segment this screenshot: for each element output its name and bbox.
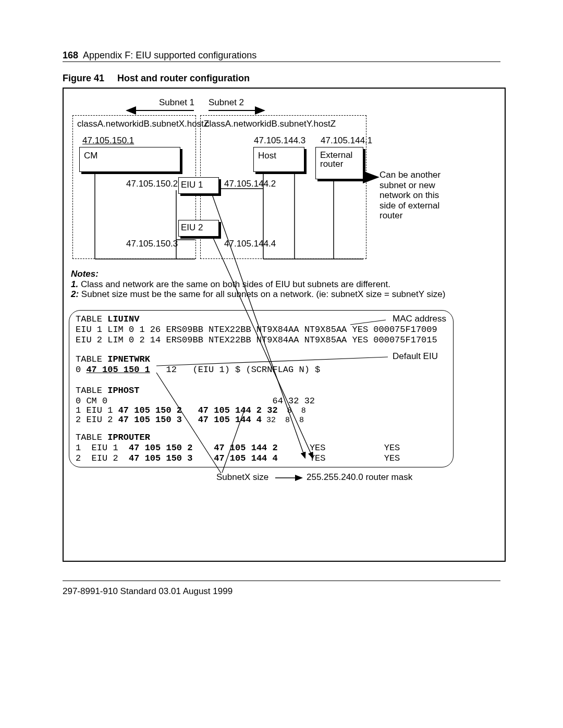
subnetx-size-callout: SubnetX size	[216, 472, 268, 483]
iprouter-title: TABLE IPROUTER	[76, 433, 150, 442]
notes-block: Notes: 1. Class and network are the same…	[71, 269, 492, 300]
appendix-text: Appendix F: EIU supported configurations	[83, 50, 256, 60]
eiu2-label: EIU 2	[181, 223, 203, 233]
page: 168 Appendix F: EIU supported configurat…	[0, 0, 563, 728]
router-mask-callout: 255.255.240.0 router mask	[307, 472, 412, 483]
ext-router-box: External router	[315, 147, 363, 179]
footer-text: 297-8991-910 Standard 03.01 August 1999	[63, 586, 232, 597]
footer-rule	[63, 581, 500, 581]
eiu2-left-ip: 47.105.150.3	[126, 239, 178, 249]
side-note: Can be another subnet or new network on …	[380, 170, 440, 221]
host-box: Host	[253, 147, 304, 172]
header-rule	[63, 61, 500, 62]
page-number: 168	[63, 50, 78, 60]
note2-text: Subnet size must be the same for all sub…	[79, 289, 445, 299]
subnet1-label: Subnet 1	[159, 97, 194, 108]
eiu2-right-ip: 47.105.144.4	[224, 239, 276, 249]
figure-caption: Figure 41 Host and router configuration	[63, 73, 250, 84]
page-header: 168 Appendix F: EIU supported configurat…	[63, 50, 256, 61]
iphost-row1: 1 EIU 1 47 105 150 2 47 105 144 2 32 8 8	[76, 405, 306, 415]
figure-label: Figure 41	[63, 73, 104, 83]
notes-heading: Notes:	[71, 269, 99, 279]
eiu1-box: EIU 1	[178, 177, 219, 194]
iphost-row2: 2 EIU 2 47 105 150 3 47 105 144 4 32 8 8	[76, 415, 304, 425]
host-label: Host	[258, 151, 276, 161]
side-note-l2: subnet or new	[380, 180, 440, 191]
ext-router-l2: router	[320, 159, 343, 168]
classA-left: classA.networkidB.subnetX.hostZ	[77, 119, 209, 129]
subnet2-label: Subnet 2	[209, 97, 244, 108]
iphost-title: TABLE IPHOST	[76, 386, 139, 396]
note1-text: Class and network are the same on both s…	[78, 279, 390, 289]
note1-lead: 1.	[71, 279, 78, 289]
cm-ip: 47.105.150.1	[82, 135, 134, 146]
eiu1-right-ip: 47.105.144.2	[224, 179, 276, 189]
classA-right: classA.networkidB.subnetY.hostZ	[205, 119, 336, 129]
ext-router-l1: External	[320, 151, 352, 159]
side-note-l5: router	[380, 211, 440, 221]
side-note-l3: network on this	[380, 190, 440, 201]
eiu2-box: EIU 2	[178, 220, 219, 237]
default-eiu-callout: Default EIU	[393, 351, 438, 362]
eiu1-label: EIU 1	[181, 180, 203, 190]
side-note-l4: side of external	[380, 201, 440, 211]
ext-router-ip: 47.105.144.1	[321, 135, 372, 146]
iphost-row0: 0 CM 0 64 32 32	[76, 396, 315, 406]
eiu1-left-ip: 47.105.150.2	[126, 179, 178, 189]
note2-lead: 2:	[71, 289, 79, 299]
figure-title: Host and router configuration	[117, 73, 250, 83]
iprouter-row2: 2 EIU 2 47 105 150 3 47 105 144 4 YES YE…	[76, 453, 400, 463]
cm-label: CM	[84, 151, 97, 161]
side-note-l1: Can be another	[380, 170, 440, 180]
iprouter-row1: 1 EIU 1 47 105 150 2 47 105 144 2 YES YE…	[76, 443, 400, 453]
cm-box: CM	[79, 147, 180, 172]
mac-address-callout: MAC address	[393, 314, 446, 324]
liuinv-title: TABLE LIUINV	[76, 314, 139, 324]
ipnetwrk-title: TABLE IPNETWRK	[76, 354, 150, 364]
liuinv-row1: EIU 1 LIM 0 1 26 ERS09BB NTEX22BB NT9X84…	[76, 325, 437, 335]
liuinv-row2: EIU 2 LIM 0 2 14 ERS09BB NTEX22BB NT9X84…	[76, 335, 437, 345]
ipnetwrk-row: 0 47 105 150 1 12 (EIU 1) $ (SCRNFLAG N)…	[76, 365, 320, 375]
host-ip: 47.105.144.3	[254, 135, 305, 146]
